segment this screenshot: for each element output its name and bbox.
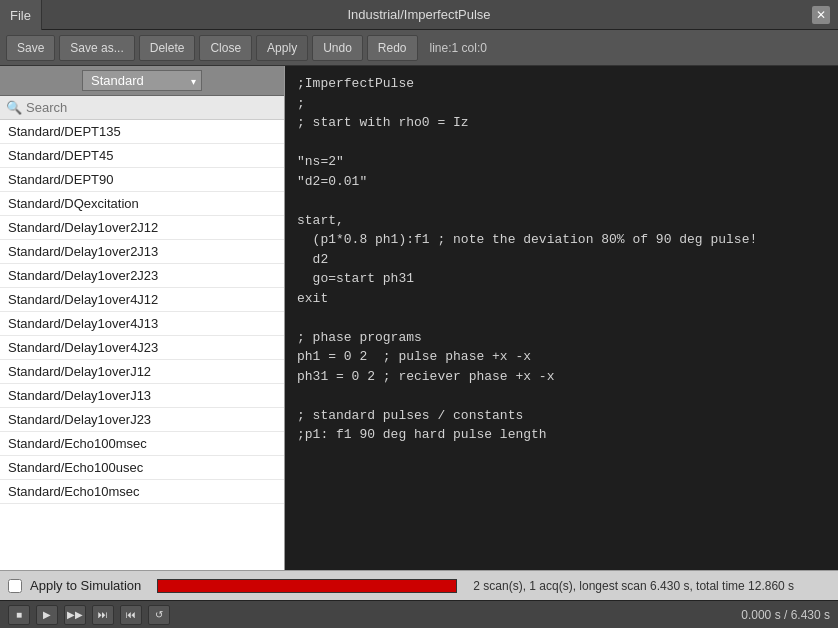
list-item[interactable]: Standard/DEPT135 bbox=[0, 120, 284, 144]
list-item[interactable]: Standard/Delay1overJ23 bbox=[0, 408, 284, 432]
transport-controls: ■ ▶ ▶▶ ⏭ ⏮ ↺ bbox=[8, 605, 170, 625]
category-dropdown[interactable]: Standard Custom Industrial bbox=[82, 70, 202, 91]
skip-end-button[interactable]: ⏭ bbox=[92, 605, 114, 625]
right-panel: ;ImperfectPulse ; ; start with rho0 = Iz… bbox=[285, 66, 838, 570]
save-button[interactable]: Save bbox=[6, 35, 55, 61]
search-icon: 🔍 bbox=[6, 100, 22, 115]
list-item[interactable]: Standard/Delay1over4J13 bbox=[0, 312, 284, 336]
simulation-bar: Apply to Simulation 2 scan(s), 1 acq(s),… bbox=[0, 570, 838, 600]
dropdown-wrapper: Standard Custom Industrial ▾ bbox=[82, 70, 202, 91]
window-close-button[interactable]: ✕ bbox=[812, 6, 830, 24]
window-title: Industrial/ImperfectPulse bbox=[347, 7, 490, 22]
close-button[interactable]: Close bbox=[199, 35, 252, 61]
save-as-button[interactable]: Save as... bbox=[59, 35, 134, 61]
code-editor[interactable]: ;ImperfectPulse ; ; start with rho0 = Iz… bbox=[285, 66, 838, 570]
toolbar: Save Save as... Delete Close Apply Undo … bbox=[0, 30, 838, 66]
list-item[interactable]: Standard/Delay1over2J23 bbox=[0, 264, 284, 288]
redo-button[interactable]: Redo bbox=[367, 35, 418, 61]
delete-button[interactable]: Delete bbox=[139, 35, 196, 61]
progress-bar-container bbox=[157, 579, 457, 593]
dropdown-bar: Standard Custom Industrial ▾ bbox=[0, 66, 284, 96]
transport-bar: ■ ▶ ▶▶ ⏭ ⏮ ↺ 0.000 s / 6.430 s bbox=[0, 600, 838, 628]
pulse-list[interactable]: Standard/DEPT135Standard/DEPT45Standard/… bbox=[0, 120, 284, 570]
apply-button[interactable]: Apply bbox=[256, 35, 308, 61]
skip-start-button[interactable]: ⏮ bbox=[120, 605, 142, 625]
list-item[interactable]: Standard/Delay1over4J23 bbox=[0, 336, 284, 360]
simulation-info: 2 scan(s), 1 acq(s), longest scan 6.430 … bbox=[473, 579, 830, 593]
list-item[interactable]: Standard/Echo10msec bbox=[0, 480, 284, 504]
list-item[interactable]: Standard/Delay1over2J12 bbox=[0, 216, 284, 240]
main-layout: Standard Custom Industrial ▾ 🔍 Standard/… bbox=[0, 66, 838, 570]
titlebar: File Industrial/ImperfectPulse ✕ bbox=[0, 0, 838, 30]
list-item[interactable]: Standard/Delay1overJ12 bbox=[0, 360, 284, 384]
list-item[interactable]: Standard/Echo100msec bbox=[0, 432, 284, 456]
left-panel: Standard Custom Industrial ▾ 🔍 Standard/… bbox=[0, 66, 285, 570]
status-text: line:1 col:0 bbox=[430, 41, 487, 55]
undo-button[interactable]: Undo bbox=[312, 35, 363, 61]
list-item[interactable]: Standard/DEPT45 bbox=[0, 144, 284, 168]
list-item[interactable]: Standard/DQexcitation bbox=[0, 192, 284, 216]
fast-forward-button[interactable]: ▶▶ bbox=[64, 605, 86, 625]
file-menu[interactable]: File bbox=[0, 0, 42, 30]
apply-simulation-label: Apply to Simulation bbox=[30, 578, 141, 593]
play-button[interactable]: ▶ bbox=[36, 605, 58, 625]
list-item[interactable]: Standard/DEPT90 bbox=[0, 168, 284, 192]
loop-button[interactable]: ↺ bbox=[148, 605, 170, 625]
search-input[interactable] bbox=[26, 100, 278, 115]
apply-simulation-checkbox[interactable] bbox=[8, 579, 22, 593]
list-item[interactable]: Standard/Delay1over4J12 bbox=[0, 288, 284, 312]
transport-time: 0.000 s / 6.430 s bbox=[741, 608, 830, 622]
search-bar: 🔍 bbox=[0, 96, 284, 120]
list-item[interactable]: Standard/Echo100usec bbox=[0, 456, 284, 480]
stop-button[interactable]: ■ bbox=[8, 605, 30, 625]
list-item[interactable]: Standard/Delay1overJ13 bbox=[0, 384, 284, 408]
list-item[interactable]: Standard/Delay1over2J13 bbox=[0, 240, 284, 264]
progress-bar-fill bbox=[158, 580, 456, 592]
